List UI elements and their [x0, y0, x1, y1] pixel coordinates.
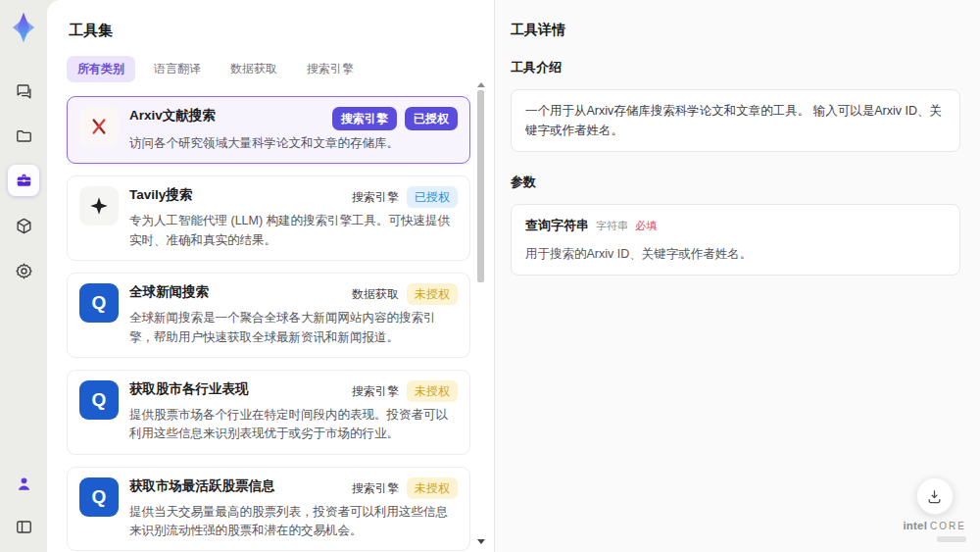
tool-description: 访问各个研究领域大量科学论文和文章的存储库。 — [129, 134, 458, 153]
tool-name: 获取市场最活跃股票信息 — [129, 477, 275, 496]
auth-status-badge: 未授权 — [407, 380, 458, 402]
news-icon: Q — [79, 380, 119, 420]
user-icon[interactable] — [8, 468, 39, 499]
auth-status-badge: 已授权 — [407, 186, 458, 208]
tool-card[interactable]: Q 全球新闻搜索 数据获取 未授权 全球新闻搜索是一个聚合全球各大新闻网站内容的… — [67, 273, 470, 358]
tab-category-2[interactable]: 数据获取 — [220, 56, 288, 82]
category-tabs: 所有类别语言翻译数据获取搜索引擎 — [67, 56, 470, 82]
settings-icon[interactable] — [8, 255, 39, 286]
tool-name: 全球新闻搜索 — [129, 283, 209, 302]
tool-card[interactable]: Tavily搜索 搜索引擎 已授权 专为人工智能代理 (LLM) 构建的搜索引擎… — [67, 176, 470, 261]
tool-card[interactable]: Q 获取市场最活跃股票信息 搜索引擎 未授权 提供当天交易量最高的股票列表，投资… — [67, 467, 470, 552]
cube-icon[interactable] — [8, 210, 39, 241]
param-head: 查询字符串 字符串 必填 — [525, 216, 946, 236]
brand-sub-badge — [937, 536, 966, 542]
tool-list-panel: 工具集 所有类别语言翻译数据获取搜索引擎 Arxiv文献搜索 搜索引擎 已授权 … — [47, 0, 494, 552]
tab-category-1[interactable]: 语言翻译 — [143, 56, 212, 82]
intro-heading: 工具介绍 — [511, 59, 960, 76]
tab-category-3[interactable]: 搜索引擎 — [296, 56, 365, 82]
params-heading: 参数 — [511, 174, 960, 191]
tool-description: 专为人工智能代理 (LLM) 构建的搜索引擎工具。可快速提供实时、准确和真实的结… — [129, 212, 458, 250]
folder-icon[interactable] — [8, 120, 39, 151]
param-type: 字符串 — [596, 218, 628, 235]
main-content: 工具集 所有类别语言翻译数据获取搜索引擎 Arxiv文献搜索 搜索引擎 已授权 … — [47, 0, 980, 552]
detail-title: 工具详情 — [511, 22, 960, 39]
tool-list: Arxiv文献搜索 搜索引擎 已授权 访问各个研究领域大量科学论文和文章的存储库… — [67, 96, 470, 552]
tool-name: Tavily搜索 — [129, 186, 192, 205]
app-window: 工具集 所有类别语言翻译数据获取搜索引擎 Arxiv文献搜索 搜索引擎 已授权 … — [0, 0, 980, 552]
param-card: 查询字符串 字符串 必填 用于搜索的Arxiv ID、关键字或作者姓名。 — [511, 204, 960, 276]
auth-status-badge: 已授权 — [405, 107, 458, 130]
scroll-up-icon[interactable] — [477, 82, 485, 87]
scrollbar-thumb[interactable] — [477, 90, 484, 282]
panel-toggle-icon[interactable] — [8, 511, 39, 542]
category-badge: 搜索引擎 — [352, 187, 399, 207]
download-button[interactable] — [916, 477, 954, 515]
page-title: 工具集 — [69, 22, 470, 40]
param-required-badge: 必填 — [635, 218, 657, 235]
sidebar — [0, 0, 47, 552]
param-name: 查询字符串 — [525, 216, 589, 236]
arxiv-icon — [79, 107, 119, 146]
auth-status-badge: 未授权 — [407, 477, 458, 499]
category-badge: 搜索引擎 — [352, 381, 399, 401]
sparkle-gem-logo — [6, 8, 41, 47]
sidebar-nav — [8, 75, 39, 286]
toolbox-icon[interactable] — [8, 165, 39, 196]
tool-description: 提供股票市场各个行业在特定时间段内的表现。投资者可以利用这些信息来识别表现优于或… — [129, 406, 458, 444]
tab-category-0[interactable]: 所有类别 — [67, 56, 135, 82]
news-icon: Q — [79, 283, 119, 323]
intel-wordmark: intel — [903, 520, 927, 531]
tool-name: 获取股市各行业表现 — [129, 380, 249, 399]
intel-core-logo: intel core — [903, 520, 966, 531]
tool-intro-text: 一个用于从Arxiv存储库搜索科学论文和文章的工具。 输入可以是Arxiv ID… — [511, 89, 960, 152]
news-icon: Q — [79, 477, 119, 517]
tool-name: Arxiv文献搜索 — [129, 107, 216, 125]
chat-icon[interactable] — [8, 75, 39, 106]
sidebar-bottom — [8, 468, 39, 542]
list-scrollbar[interactable] — [476, 82, 485, 544]
tavily-icon — [79, 186, 119, 226]
scroll-down-icon[interactable] — [477, 539, 485, 544]
category-badge: 数据获取 — [352, 284, 399, 304]
auth-status-badge: 未授权 — [407, 283, 458, 305]
tool-description: 提供当天交易量最高的股票列表，投资者可以利用这些信息来识别流动性强的股票和潜在的… — [129, 503, 458, 541]
download-icon — [926, 488, 943, 505]
category-badge: 搜索引擎 — [332, 107, 397, 130]
tool-description: 全球新闻搜索是一个聚合全球各大新闻网站内容的搜索引擎，帮助用户快速获取全球最新资… — [129, 309, 458, 347]
tool-card[interactable]: Q 获取股市各行业表现 搜索引擎 未授权 提供股票市场各个行业在特定时间段内的表… — [67, 370, 470, 455]
category-badge: 搜索引擎 — [352, 478, 399, 498]
core-wordmark: core — [930, 521, 966, 531]
tool-card[interactable]: Arxiv文献搜索 搜索引擎 已授权 访问各个研究领域大量科学论文和文章的存储库… — [67, 96, 470, 164]
corner-actions: intel core — [903, 477, 966, 542]
param-description: 用于搜索的Arxiv ID、关键字或作者姓名。 — [525, 244, 946, 264]
tool-detail-panel: 工具详情 工具介绍 一个用于从Arxiv存储库搜索科学论文和文章的工具。 输入可… — [495, 0, 980, 552]
